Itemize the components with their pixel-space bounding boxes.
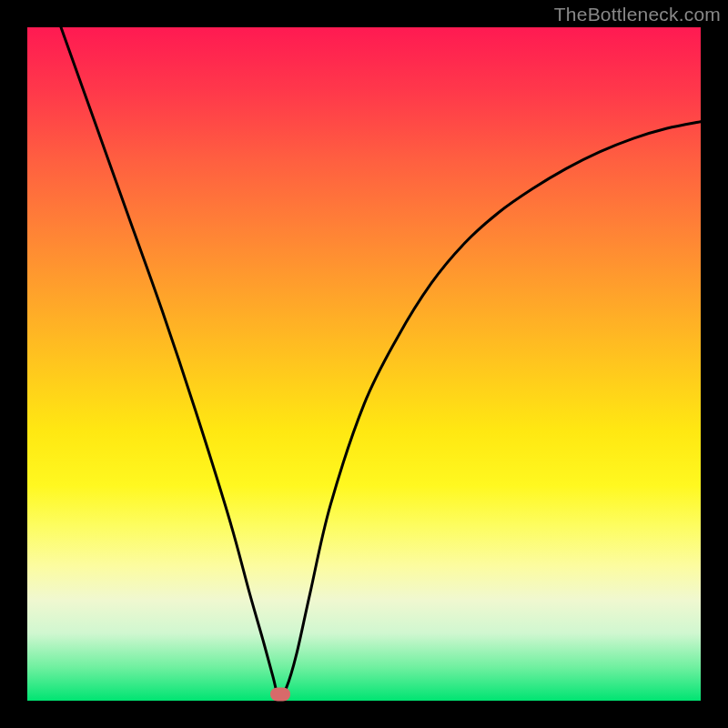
optimal-point-marker — [270, 687, 290, 701]
chart-container: TheBottleneck.com — [0, 0, 728, 728]
plot-area — [27, 27, 701, 701]
bottleneck-curve — [27, 27, 701, 701]
watermark-text: TheBottleneck.com — [554, 4, 721, 25]
